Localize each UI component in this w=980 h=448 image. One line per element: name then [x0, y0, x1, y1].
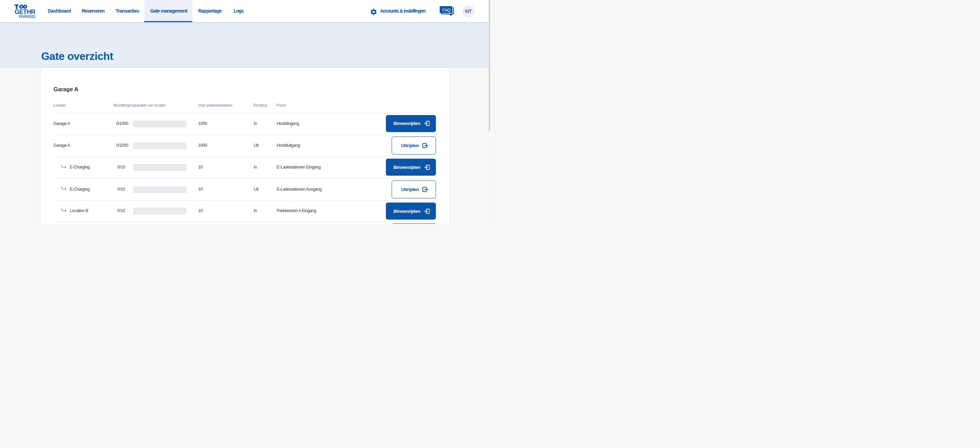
svg-text:PARKING: PARKING: [19, 14, 35, 19]
svg-text:FAQ: FAQ: [442, 8, 450, 13]
